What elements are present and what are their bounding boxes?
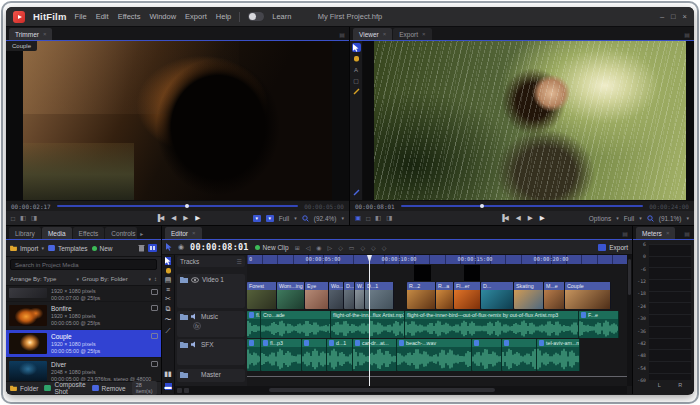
select-tool-icon[interactable] bbox=[165, 257, 171, 265]
panel-menu-icon[interactable]: ▤ bbox=[622, 230, 629, 237]
pause-markers-icon[interactable]: ▮▮ bbox=[164, 370, 172, 378]
timeline-mode-icon[interactable]: ▬ bbox=[165, 383, 172, 390]
viewer-options-select[interactable]: Options bbox=[589, 215, 611, 222]
maximize-button[interactable]: □ bbox=[671, 12, 676, 21]
timeline-sfx-clip[interactable] bbox=[502, 339, 537, 371]
trimmer-zoom-percent[interactable]: (92.4%) bbox=[314, 215, 337, 222]
tracks-menu-icon[interactable]: ☰ bbox=[237, 258, 242, 265]
slice-tool-icon[interactable]: ✂ bbox=[165, 295, 171, 303]
tab-editor[interactable]: Editor× bbox=[165, 227, 202, 239]
tool-icon[interactable]: ◇ bbox=[371, 244, 376, 251]
media-item[interactable]: Bonfire 1920 × 1080 pixels 00:00:05:00 @… bbox=[6, 302, 161, 330]
timeline-sfx-clip[interactable]: car-dr...at... bbox=[353, 339, 397, 371]
envelope-tool-icon[interactable]: 〜 bbox=[165, 315, 172, 325]
snapshot-icon[interactable]: □ bbox=[11, 215, 15, 222]
tab-close-icon[interactable]: × bbox=[192, 230, 196, 236]
view-toggle-icon[interactable] bbox=[148, 244, 157, 252]
timeline-video-clip[interactable]: Wo...2 bbox=[329, 282, 344, 309]
search-input[interactable]: Search in Project Media bbox=[10, 259, 157, 270]
horizontal-scrollbar[interactable] bbox=[175, 386, 627, 394]
tool-icon[interactable]: ◇ bbox=[382, 244, 387, 251]
timeline-video-clip[interactable]: Eye bbox=[305, 282, 329, 309]
set-in-icon[interactable]: ◧ bbox=[20, 214, 26, 222]
go-to-start-button[interactable]: ▐◀ bbox=[156, 214, 164, 222]
arrange-by-select[interactable]: Arrange By: Type▾ bbox=[10, 276, 79, 282]
timeline-sfx-clip[interactable] bbox=[247, 339, 261, 371]
panel-menu-icon[interactable]: ▤ bbox=[339, 31, 346, 38]
media-item[interactable]: Diver 2048 × 1080 pixels 00:00:05:00 @ 2… bbox=[6, 358, 161, 381]
record-icon[interactable]: ◉ bbox=[178, 243, 184, 251]
trimmer-fit-select[interactable]: Full bbox=[279, 215, 289, 222]
menu-window[interactable]: Window bbox=[149, 12, 176, 21]
insert-to-timeline-button[interactable]: ▾ bbox=[253, 215, 261, 222]
scroll-handle[interactable] bbox=[269, 388, 495, 392]
tab-export[interactable]: Export× bbox=[393, 28, 431, 40]
menu-effects[interactable]: Effects bbox=[118, 12, 141, 21]
menu-help[interactable]: Help bbox=[216, 12, 231, 21]
slip-tool-icon[interactable]: ⊞ bbox=[295, 244, 300, 251]
hand-tool-icon[interactable] bbox=[165, 267, 172, 274]
new-button[interactable]: New bbox=[92, 245, 113, 252]
tab-overflow-icon[interactable]: ▸ bbox=[138, 230, 145, 237]
tab-close-icon[interactable]: × bbox=[666, 230, 670, 236]
timeline-video-clip[interactable]: D...2 bbox=[344, 282, 355, 309]
eye-icon[interactable] bbox=[191, 277, 199, 283]
panel-menu-icon[interactable]: ▤ bbox=[684, 230, 691, 237]
tool-icon[interactable]: ▭ bbox=[349, 244, 355, 251]
select-tool-icon[interactable] bbox=[166, 243, 172, 251]
playhead[interactable] bbox=[369, 255, 370, 386]
viewer-fit-select[interactable]: Full bbox=[624, 215, 634, 222]
go-to-start-button[interactable]: ▐◀ bbox=[500, 214, 508, 222]
timeline-sfx-clip[interactable]: beach-...wav bbox=[397, 339, 472, 371]
menu-file[interactable]: File bbox=[75, 12, 87, 21]
tool-icon[interactable]: ◇ bbox=[338, 244, 343, 251]
list-tool-icon[interactable]: ≡ bbox=[166, 286, 170, 293]
set-out-icon[interactable]: ◨ bbox=[386, 214, 392, 222]
trimmer-preview[interactable]: Couple bbox=[6, 41, 349, 200]
next-frame-button[interactable]: ▶ bbox=[183, 214, 187, 222]
scroll-button[interactable] bbox=[177, 388, 182, 393]
tool-icon[interactable]: ◇ bbox=[360, 244, 365, 251]
menu-export[interactable]: Export bbox=[185, 12, 207, 21]
guides-icon[interactable]: ▣ bbox=[355, 214, 361, 222]
group-by-select[interactable]: Group By: Folder▾ bbox=[82, 276, 151, 282]
trimmer-scrubber[interactable] bbox=[57, 205, 299, 207]
viewer-scrubber[interactable] bbox=[401, 205, 644, 207]
timeline-ruler[interactable]: 000:00:05:0000:00:10:0000:00:15:0000:00:… bbox=[247, 255, 627, 264]
minimize-button[interactable]: – bbox=[660, 12, 664, 21]
timeline-sfx-clip[interactable]: tel-aviv-am...mp3 bbox=[537, 339, 580, 371]
tab-trimmer[interactable]: Trimmer× bbox=[9, 28, 52, 40]
tab-viewer[interactable]: Viewer× bbox=[353, 28, 392, 40]
sort-direction-icon[interactable]: ↕ bbox=[154, 276, 157, 282]
prev-frame-button[interactable]: ◀ bbox=[171, 214, 175, 222]
timeline-video-clip[interactable]: Skating bbox=[514, 282, 544, 309]
export-button[interactable]: Export bbox=[598, 244, 628, 251]
templates-button[interactable]: Templates bbox=[48, 245, 88, 252]
track-header-sfx[interactable]: SFX bbox=[177, 339, 245, 365]
mask-tool-icon[interactable]: ▢ bbox=[352, 76, 361, 85]
viewer-playhead-dot[interactable] bbox=[480, 204, 484, 208]
play-button[interactable]: ▶ bbox=[195, 214, 199, 222]
timeline-music-clip[interactable]: flight-of-the-inner-bird---out-of-flux-r… bbox=[405, 311, 579, 338]
timeline-music-clip[interactable]: fl...p3 bbox=[247, 311, 261, 338]
add-keyframe-icon[interactable]: ◉ bbox=[316, 244, 321, 251]
timeline-video-clip[interactable]: Forest bbox=[247, 282, 277, 309]
tab-media[interactable]: Media bbox=[42, 227, 72, 239]
slide-tool-icon[interactable]: ⟋ bbox=[166, 327, 171, 335]
prev-frame-button[interactable]: ◀ bbox=[516, 214, 520, 222]
tab-close-icon[interactable]: × bbox=[422, 31, 426, 37]
timeline-sfx-clip[interactable] bbox=[472, 339, 502, 371]
track-tool-icon[interactable]: ▤ bbox=[165, 276, 172, 284]
import-button[interactable]: Import▾ bbox=[10, 245, 44, 252]
speaker-icon[interactable] bbox=[191, 341, 198, 348]
play-button[interactable]: ▶ bbox=[540, 214, 544, 222]
select-tool-icon[interactable] bbox=[352, 43, 361, 52]
menu-edit[interactable]: Edit bbox=[96, 12, 109, 21]
tab-close-icon[interactable]: × bbox=[43, 31, 47, 37]
text-tool-icon[interactable]: A bbox=[352, 65, 361, 74]
timeline-video-clip[interactable]: W...3 bbox=[355, 282, 365, 309]
hand-tool-icon[interactable] bbox=[352, 54, 361, 63]
speaker-icon[interactable] bbox=[191, 313, 198, 320]
next-keyframe-icon[interactable]: ▷ bbox=[328, 244, 333, 251]
media-item-selected[interactable]: Couple 1920 × 1080 pixels 00:00:05:00 @ … bbox=[6, 330, 161, 358]
